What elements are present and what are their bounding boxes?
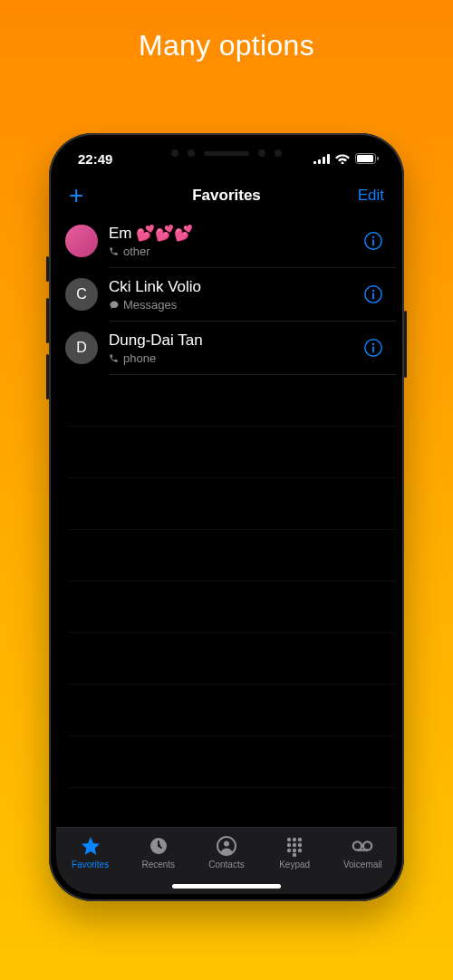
clock-icon xyxy=(147,835,170,857)
svg-point-18 xyxy=(224,841,229,847)
person-icon xyxy=(215,835,238,857)
tab-label: Keypad xyxy=(279,860,310,870)
battery-icon xyxy=(355,151,379,167)
favorite-row[interactable]: D Dung-Dai Tan phone xyxy=(56,322,397,374)
avatar: C xyxy=(65,278,98,311)
tab-label: Recents xyxy=(141,860,175,870)
svg-point-11 xyxy=(372,290,374,292)
svg-point-23 xyxy=(293,843,296,847)
info-button[interactable] xyxy=(362,283,384,305)
svg-point-19 xyxy=(287,838,291,841)
power-button xyxy=(404,311,407,378)
svg-point-26 xyxy=(293,849,296,852)
info-button[interactable] xyxy=(362,230,384,252)
svg-rect-6 xyxy=(377,157,379,160)
svg-point-21 xyxy=(298,838,302,841)
tab-label: Contacts xyxy=(208,860,244,870)
svg-point-14 xyxy=(372,343,374,345)
tab-recents[interactable]: Recents xyxy=(131,835,186,870)
contact-subtype: phone xyxy=(123,351,156,365)
favorites-list: Em 💕💕💕 other C Cki Link Voli xyxy=(56,215,397,827)
svg-rect-0 xyxy=(313,161,316,164)
phone-icon xyxy=(109,246,120,256)
page-title: Favorites xyxy=(111,187,342,205)
tab-contacts[interactable]: Contacts xyxy=(199,835,254,870)
avatar: D xyxy=(65,331,98,364)
screen: 22:49 + Favorites Edit xyxy=(56,140,397,894)
volume-down-button xyxy=(46,354,49,399)
volume-up-button xyxy=(46,298,49,343)
edit-button[interactable]: Edit xyxy=(342,187,384,205)
message-icon xyxy=(109,300,120,310)
tab-favorites[interactable]: Favorites xyxy=(63,835,118,870)
svg-point-30 xyxy=(363,841,371,850)
phone-icon xyxy=(109,353,120,363)
empty-list-area xyxy=(56,375,397,827)
mute-switch xyxy=(46,256,49,282)
star-icon xyxy=(79,835,102,857)
favorite-row[interactable]: Em 💕💕💕 other xyxy=(56,215,397,267)
tab-keypad[interactable]: Keypad xyxy=(267,835,322,870)
svg-rect-15 xyxy=(372,346,374,352)
svg-point-27 xyxy=(298,849,302,852)
contact-subtype: other xyxy=(123,245,150,258)
plus-icon: + xyxy=(69,181,83,209)
svg-rect-5 xyxy=(357,155,373,162)
svg-point-8 xyxy=(372,236,374,238)
contact-subtype: Messages xyxy=(123,298,177,312)
svg-rect-2 xyxy=(323,157,325,164)
notch xyxy=(140,140,313,166)
svg-point-20 xyxy=(293,838,296,841)
voicemail-icon xyxy=(351,835,374,857)
info-button[interactable] xyxy=(362,337,384,359)
svg-point-25 xyxy=(287,849,291,852)
status-time: 22:49 xyxy=(78,151,112,167)
tab-label: Favorites xyxy=(72,860,109,870)
svg-rect-1 xyxy=(318,159,321,164)
wifi-icon xyxy=(335,151,350,167)
home-indicator xyxy=(172,884,281,889)
avatar xyxy=(65,225,98,257)
promo-title: Many options xyxy=(139,29,314,62)
svg-point-28 xyxy=(293,853,296,857)
tab-voicemail[interactable]: Voicemail xyxy=(335,835,390,870)
contact-name: Cki Link Volio xyxy=(109,278,352,296)
svg-rect-9 xyxy=(372,239,374,245)
navbar: + Favorites Edit xyxy=(56,177,397,215)
svg-rect-3 xyxy=(327,154,330,164)
tab-label: Voicemail xyxy=(343,860,382,870)
svg-point-22 xyxy=(287,843,291,847)
keypad-icon xyxy=(283,835,306,857)
contact-name: Dung-Dai Tan xyxy=(109,331,352,350)
svg-point-29 xyxy=(353,841,361,850)
favorite-row[interactable]: C Cki Link Volio Messages xyxy=(56,268,397,321)
device-frame: 22:49 + Favorites Edit xyxy=(49,133,404,901)
svg-rect-12 xyxy=(372,293,374,299)
signal-icon xyxy=(313,151,330,167)
add-favorite-button[interactable]: + xyxy=(69,183,111,208)
svg-point-24 xyxy=(298,843,302,847)
contact-name: Em 💕💕💕 xyxy=(109,224,352,243)
